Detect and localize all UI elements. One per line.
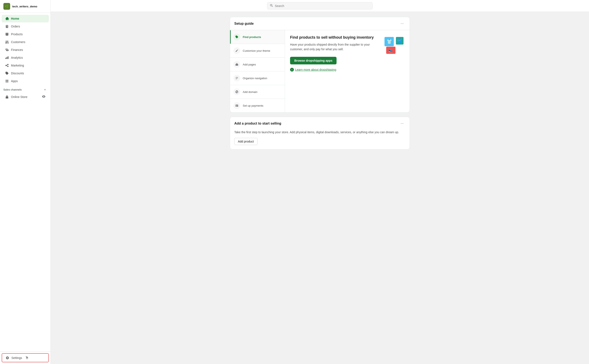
store-name: tech_writers_demo [12, 5, 37, 8]
sidebar-item-analytics[interactable]: Analytics [2, 54, 49, 61]
online-store-label: Online Store [11, 95, 27, 99]
step-info: Find products to sell without buying inv… [290, 35, 379, 107]
sidebar-item-marketing-label: Marketing [11, 64, 24, 67]
step-add-pages-label: Add pages [243, 63, 256, 66]
home-icon [5, 17, 9, 20]
active-indicator [230, 30, 231, 44]
setup-guide-body: Find products Customize your theme [230, 30, 410, 112]
bucket-illustration: 🪣 [396, 37, 404, 45]
step-customize-theme[interactable]: Customize your theme [230, 44, 285, 58]
sidebar-item-orders-label: Orders [11, 25, 20, 28]
sales-channels-section: Sales channels + [0, 85, 51, 93]
sidebar-item-apps[interactable]: Apps [2, 77, 49, 85]
sidebar-item-finances[interactable]: Finances [2, 46, 49, 54]
add-product-description: Take the first step to launching your st… [230, 130, 410, 138]
sidebar-header: 🌿 tech_writers_demo [0, 0, 51, 13]
setup-guide-card: Setup guide ··· Find products [230, 17, 410, 112]
step-organize-nav-label: Organize navigation [243, 77, 267, 80]
settings-icon [6, 356, 9, 360]
content-area: Setup guide ··· Find products [225, 12, 415, 159]
add-product-card: Add a product to start selling ··· Take … [230, 117, 410, 150]
products-icon [5, 32, 9, 36]
sidebar-item-online-store[interactable]: Online Store [2, 93, 49, 101]
main-content: Setup guide ··· Find products [51, 0, 589, 364]
step-globe-icon [233, 88, 240, 95]
step-payment-icon [233, 102, 240, 109]
step-customize-theme-label: Customize your theme [243, 49, 270, 52]
settings-label: Settings [11, 356, 22, 360]
sidebar-item-home[interactable]: Home [2, 15, 49, 22]
sidebar-item-customers[interactable]: Customers [2, 38, 49, 46]
step-illustration: 👕 🪣 👟 [384, 35, 404, 107]
info-icon: i [290, 68, 294, 72]
sales-channels-label: Sales channels [3, 88, 22, 91]
sidebar-item-orders[interactable]: Orders [2, 23, 49, 30]
step-content-desc: Have your products shipped directly from… [290, 42, 379, 52]
sidebar-item-products-label: Products [11, 32, 23, 36]
analytics-icon [5, 56, 9, 59]
sidebar-item-products[interactable]: Products [2, 30, 49, 38]
sidebar: 🌿 tech_writers_demo Home Orders [0, 0, 51, 364]
step-add-domain-label: Add domain [243, 90, 257, 94]
step-add-domain[interactable]: Add domain [230, 85, 285, 99]
customers-icon [5, 40, 9, 44]
finances-icon [5, 48, 9, 52]
add-product-title: Add a product to start selling [234, 122, 281, 125]
step-organize-nav[interactable]: Organize navigation [230, 71, 285, 85]
sidebar-item-home-label: Home [11, 17, 19, 20]
sidebar-item-marketing[interactable]: Marketing [2, 62, 49, 69]
discounts-icon [5, 71, 9, 75]
search-bar[interactable] [267, 2, 373, 9]
learn-more-link[interactable]: i Learn more about dropshipping [290, 68, 379, 72]
step-setup-payments-label: Set up payments [243, 104, 264, 107]
sidebar-nav: Home Orders Products [0, 13, 51, 351]
add-product-button[interactable]: Add product [234, 138, 258, 145]
apps-icon [5, 79, 9, 83]
learn-more-label: Learn more about dropshipping [295, 68, 336, 71]
step-add-pages[interactable]: Add pages [230, 58, 285, 71]
sidebar-item-discounts[interactable]: Discounts [2, 70, 49, 77]
add-sales-channel-button[interactable]: + [43, 88, 47, 92]
shoe-illustration: 👟 [386, 47, 396, 54]
step-content: Find products to sell without buying inv… [285, 30, 410, 112]
online-store-icon [5, 95, 9, 99]
add-product-more-button[interactable]: ··· [399, 120, 405, 126]
step-content-title: Find products to sell without buying inv… [290, 35, 379, 40]
step-setup-payments[interactable]: Set up payments [230, 99, 285, 112]
step-nav-icon [233, 75, 240, 82]
step-find-products-label: Find products [243, 35, 261, 39]
browse-dropshipping-button[interactable]: Browse dropshipping apps [290, 57, 337, 64]
sidebar-item-discounts-label: Discounts [11, 72, 24, 75]
step-pencil-icon [233, 47, 240, 54]
search-input[interactable] [275, 4, 370, 8]
illustration-container: 👕 🪣 👟 [384, 37, 404, 54]
topbar [51, 0, 589, 12]
step-tag-icon [233, 33, 240, 40]
store-avatar: 🌿 [3, 3, 10, 10]
sidebar-item-analytics-label: Analytics [11, 56, 23, 59]
setup-guide-title: Setup guide [234, 22, 254, 26]
shirt-illustration: 👕 [384, 37, 394, 46]
orders-icon [5, 25, 9, 28]
search-icon [270, 4, 273, 8]
marketing-icon [5, 64, 9, 67]
settings-item[interactable]: Settings 🖱 [2, 353, 49, 362]
step-pages-icon [233, 61, 240, 68]
setup-steps-list: Find products Customize your theme [230, 30, 285, 112]
sidebar-item-customers-label: Customers [11, 40, 25, 44]
sidebar-item-finances-label: Finances [11, 48, 23, 52]
cursor-indicator: 🖱 [25, 356, 29, 360]
sidebar-footer: Settings 🖱 [0, 351, 51, 364]
setup-guide-header: Setup guide ··· [230, 17, 410, 30]
setup-guide-more-button[interactable]: ··· [399, 20, 405, 27]
sidebar-item-apps-label: Apps [11, 79, 18, 83]
eye-icon[interactable] [42, 95, 46, 99]
add-product-header: Add a product to start selling ··· [230, 117, 410, 130]
step-find-products[interactable]: Find products [230, 30, 285, 44]
